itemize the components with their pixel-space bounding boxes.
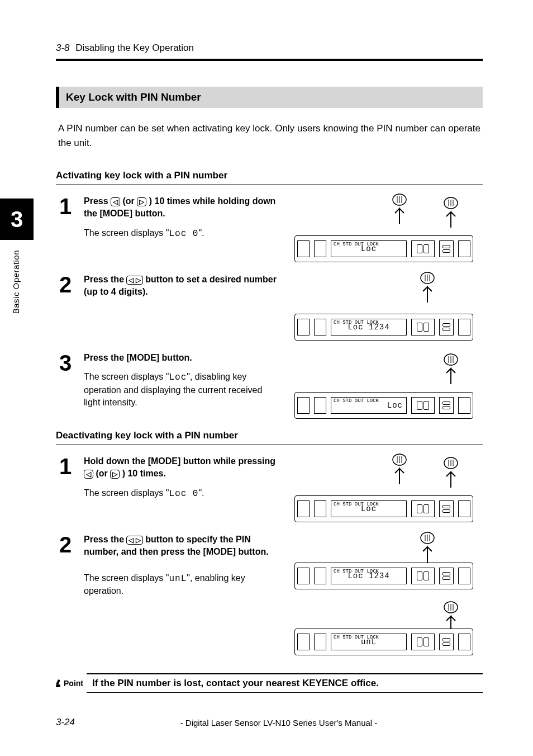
step-instruction: Press the ◁ ▷ button to specify the PIN … bbox=[84, 533, 278, 559]
hand-pointer-icon bbox=[439, 599, 463, 633]
section-number: 3-8 bbox=[56, 42, 70, 53]
device-illustration: CH STD OUT LOCKLoc 1234 bbox=[294, 563, 473, 589]
page-footer: 3-24 - Digital Laser Sensor LV-N10 Serie… bbox=[56, 717, 483, 728]
step-number: 1 bbox=[56, 195, 84, 218]
section-title: Disabling the Key Operation bbox=[75, 42, 194, 53]
point-callout: Point If the PIN number is lost, contact… bbox=[56, 673, 483, 693]
device-illustration: CH STD OUT LOCKLoc bbox=[294, 392, 473, 419]
hand-pointer-icon bbox=[439, 352, 463, 385]
step-instruction: Press the ◁ ▷ button to set a desired nu… bbox=[84, 273, 278, 299]
left-arrow-icon: ◁ bbox=[111, 197, 120, 206]
step-instruction: Press the [MODE] button. bbox=[84, 352, 278, 364]
hand-icon bbox=[56, 679, 61, 687]
step-figure: CH STD OUT LOCKLoc bbox=[285, 195, 483, 262]
hand-pointer-icon bbox=[415, 530, 440, 564]
device-illustration: CH STD OUT LOCKunL bbox=[294, 629, 473, 655]
step-figure: CH STD OUT LOCKLoc bbox=[285, 352, 483, 419]
step-number: 1 bbox=[56, 455, 84, 478]
step-instruction: Hold down the [MODE] button while pressi… bbox=[84, 455, 278, 480]
deactivate-subhead: Deactivating key lock with a PIN number bbox=[56, 430, 483, 445]
step-instruction: Press ◁ (or ▷ ) 10 times while holding d… bbox=[84, 195, 278, 220]
page-header: 3-8 Disabling the Key Operation bbox=[56, 42, 194, 54]
left-arrow-icon: ◁ bbox=[84, 470, 93, 479]
header-rule bbox=[56, 59, 483, 61]
hand-pointer-icon bbox=[387, 192, 412, 225]
deactivate-step-1: 1 Hold down the [MODE] button while pres… bbox=[56, 455, 483, 522]
deactivate-steps: 1 Hold down the [MODE] button while pres… bbox=[56, 455, 483, 656]
hand-pointer-icon bbox=[387, 452, 412, 485]
intro-paragraph: A PIN number can be set when activating … bbox=[56, 121, 483, 150]
step-figure: CH STD OUT LOCKLoc 1234 bbox=[285, 273, 483, 341]
right-arrow-icon: ▷ bbox=[110, 470, 120, 479]
hand-pointer-icon bbox=[439, 455, 463, 489]
manual-title: - Digital Laser Sensor LV-N10 Series Use… bbox=[75, 718, 483, 727]
chapter-number-box: 3 bbox=[0, 199, 34, 240]
step-result: The screen displays "Loc 0". bbox=[84, 227, 278, 240]
activate-steps: 1 Press ◁ (or ▷ ) 10 times while holding… bbox=[56, 195, 483, 419]
point-text: If the PIN number is lost, contact your … bbox=[87, 673, 483, 693]
activate-subhead: Activating key lock with a PIN number bbox=[56, 170, 483, 185]
step-result: The screen displays "Loc", disabling key… bbox=[84, 371, 278, 409]
step-result: The screen displays "Loc 0". bbox=[84, 487, 278, 500]
point-label: Point bbox=[56, 679, 87, 688]
step-figure: CH STD OUT LOCKLoc 1234 CH STD OUT LOCKu… bbox=[285, 533, 483, 655]
chapter-tab: 3 Basic Operation bbox=[0, 199, 34, 314]
deactivate-step-2: 2 Press the ◁ ▷ button to specify the PI… bbox=[56, 533, 483, 656]
device-illustration: CH STD OUT LOCKLoc 1234 bbox=[294, 314, 473, 341]
activate-step-1: 1 Press ◁ (or ▷ ) 10 times while holding… bbox=[56, 195, 483, 262]
chapter-label: Basic Operation bbox=[11, 250, 21, 314]
hand-pointer-icon bbox=[415, 270, 440, 304]
step-number: 2 bbox=[56, 273, 84, 296]
hand-pointer-icon bbox=[439, 195, 463, 229]
right-arrow-icon: ▷ bbox=[137, 197, 146, 206]
step-number: 3 bbox=[56, 352, 84, 374]
activate-step-3: 3 Press the [MODE] button. The screen di… bbox=[56, 352, 483, 419]
arrows-icon: ◁ ▷ bbox=[126, 276, 142, 285]
activate-step-2: 2 Press the ◁ ▷ button to set a desired … bbox=[56, 273, 483, 341]
section-heading: Key Lock with PIN Number bbox=[56, 87, 483, 108]
step-number: 2 bbox=[56, 533, 84, 556]
step-result: The screen displays "unL", enabling key … bbox=[84, 572, 278, 598]
device-illustration: CH STD OUT LOCKLoc bbox=[294, 495, 473, 522]
step-figure: CH STD OUT LOCKLoc bbox=[285, 455, 483, 522]
device-illustration: CH STD OUT LOCKLoc bbox=[294, 235, 473, 262]
arrows-icon: ◁ ▷ bbox=[126, 536, 142, 545]
page-number: 3-24 bbox=[56, 717, 75, 728]
